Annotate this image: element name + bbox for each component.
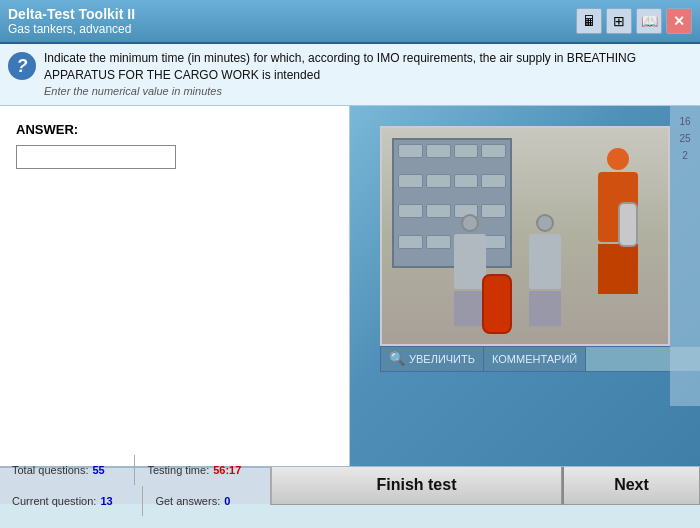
question-main-text: Indicate the minimum time (in minutes) f… (44, 50, 692, 84)
table-icon[interactable]: ⊞ (606, 8, 632, 34)
question-text: Indicate the minimum time (in minutes) f… (44, 50, 692, 99)
get-answers-value: 0 (224, 495, 254, 507)
close-button[interactable]: ✕ (666, 8, 692, 34)
testing-time-value: 56:17 (213, 464, 243, 476)
current-question-row: Current question: 13 Get answers: 0 (12, 486, 258, 516)
right-panel: 🔍 УВЕЛИЧИТЬ КОММЕНТАРИЙ 🔍 16 25 2 (350, 106, 700, 466)
total-questions-value: 55 (92, 464, 122, 476)
stat-divider (134, 455, 135, 485)
image-container (380, 126, 670, 346)
finish-test-button[interactable]: Finish test (270, 467, 562, 505)
question-sub-text: Enter the numerical value in minutes (44, 84, 692, 99)
zoom-button[interactable]: 🔍 УВЕЛИЧИТЬ (381, 347, 484, 371)
total-questions-row: Total questions: 55 Testing time: 56:17 (12, 455, 258, 485)
stats-left: Total questions: 55 Testing time: 56:17 … (0, 451, 270, 520)
question-icon: ? (8, 52, 36, 80)
main-content: ANSWER: (0, 106, 700, 466)
get-answers-label: Get answers: (155, 495, 220, 507)
answer-input[interactable] (16, 145, 176, 169)
left-panel: ANSWER: (0, 106, 350, 466)
app-title: Delta-Test Toolkit II (8, 6, 135, 22)
total-questions-label: Total questions: (12, 464, 88, 476)
current-question-value: 13 (100, 495, 130, 507)
calculator-icon[interactable]: 🖩 (576, 8, 602, 34)
comment-label: КОММЕНТАРИЙ (492, 353, 577, 365)
title-icons: 🖩 ⊞ 📖 ✕ (576, 8, 692, 34)
current-question-label: Current question: (12, 495, 96, 507)
image-toolbar: 🔍 УВЕЛИЧИТЬ КОММЕНТАРИЙ 🔍 (380, 346, 670, 372)
book-icon[interactable]: 📖 (636, 8, 662, 34)
title-text: Delta-Test Toolkit II Gas tankers, advan… (8, 6, 135, 36)
stat-divider-2 (142, 486, 143, 516)
answer-label: ANSWER: (16, 122, 333, 137)
question-bar: ? Indicate the minimum time (in minutes)… (0, 44, 700, 106)
comment-button[interactable]: КОММЕНТАРИЙ (484, 347, 586, 371)
title-bar: Delta-Test Toolkit II Gas tankers, advan… (0, 0, 700, 44)
status-bar: Total questions: 55 Testing time: 56:17 … (0, 466, 700, 504)
magnify-icon: 🔍 (389, 351, 405, 366)
subtitle: Gas tankers, advanced (8, 22, 135, 36)
right-sidebar: 16 25 2 (670, 106, 700, 406)
testing-time-label: Testing time: (147, 464, 209, 476)
next-button[interactable]: Next (562, 467, 700, 505)
zoom-label: УВЕЛИЧИТЬ (409, 353, 475, 365)
